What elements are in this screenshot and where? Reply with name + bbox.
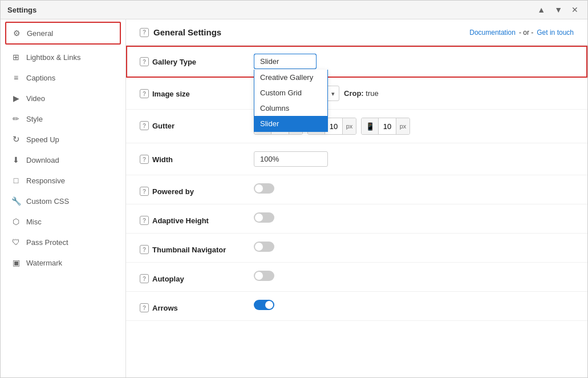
content-area: ? General Settings Documentation - or - … [126, 19, 587, 377]
gallery-type-control: Slider Creative Gallery Custom Grid Colu… [254, 54, 574, 69]
gallery-type-label: ? Gallery Type [140, 54, 254, 66]
adaptive-height-label: ? Adaptive Height [140, 212, 254, 225]
gutter-mobile-input[interactable] [379, 122, 396, 131]
sidebar-item-misc[interactable]: ⬡ Misc [1, 211, 125, 232]
gutter-label: ? Gutter [140, 118, 254, 130]
powered-by-control [254, 183, 574, 194]
style-icon: ✏ [11, 114, 21, 123]
adaptive-height-toggle[interactable] [254, 212, 274, 223]
sidebar-label-speedup: Speed Up [26, 135, 59, 144]
width-row: ? Width [126, 143, 587, 175]
autoplay-control [254, 271, 574, 281]
gutter-help-icon[interactable]: ? [140, 121, 149, 130]
powered-by-help-icon[interactable]: ? [140, 187, 149, 196]
content-header: ? General Settings Documentation - or - … [126, 19, 587, 46]
option-columns[interactable]: Columns [254, 100, 327, 116]
gallery-type-help-icon[interactable]: ? [140, 57, 149, 66]
sidebar-label-watermark: Watermark [26, 259, 62, 267]
powered-by-row: ? Powered by [126, 175, 587, 204]
image-size-row: ? Image size ▾ Crop: true [126, 78, 587, 110]
misc-icon: ⬡ [11, 217, 21, 226]
arrows-row: ? Arrows [126, 292, 587, 321]
general-settings-help-icon[interactable]: ? [140, 28, 149, 37]
arrows-label: ? Arrows [140, 300, 254, 312]
thumbnail-navigator-toggle[interactable] [254, 242, 274, 252]
restore-button[interactable]: ▼ [552, 4, 565, 15]
sidebar-item-general[interactable]: ⚙ General [5, 22, 121, 45]
gallery-type-row: ? Gallery Type Slider Creative Gallery [126, 46, 587, 78]
gutter-tablet-unit: px [342, 118, 356, 134]
width-control [254, 151, 574, 167]
gear-icon: ⚙ [12, 29, 21, 38]
sidebar-label-responsive: Responsive [26, 176, 65, 185]
gutter-mobile-unit: px [396, 118, 409, 134]
sidebar-item-style[interactable]: ✏ Style [1, 108, 125, 129]
adaptive-height-help-icon[interactable]: ? [140, 216, 149, 225]
arrows-help-icon[interactable]: ? [140, 303, 149, 312]
video-icon: ▶ [11, 94, 21, 103]
sidebar-item-customcss[interactable]: 🔧 Custom CSS [1, 191, 125, 211]
crop-label: Crop: true [344, 89, 379, 98]
gutter-mobile-wrap: 📱 px [361, 118, 410, 135]
documentation-link[interactable]: Documentation [469, 29, 516, 37]
passprotect-icon: 🛡 [11, 238, 21, 247]
width-help-icon[interactable]: ? [140, 155, 149, 164]
width-label: ? Width [140, 151, 254, 164]
sidebar-item-watermark[interactable]: ▣ Watermark [1, 252, 125, 273]
thumbnail-navigator-help-icon[interactable]: ? [140, 245, 149, 254]
thumbnail-navigator-row: ? Thumbnail Navigator [126, 234, 587, 263]
contact-link[interactable]: Get in touch [537, 29, 574, 37]
sidebar-label-lightbox: Lightbox & Links [26, 53, 80, 62]
image-size-label: ? Image size [140, 86, 254, 98]
option-custom-grid[interactable]: Custom Grid [254, 85, 327, 100]
sidebar-item-download[interactable]: ⬇ Download [1, 150, 125, 170]
sidebar-item-responsive[interactable]: □ Responsive [1, 170, 125, 191]
gallery-type-dropdown: Creative Gallery Custom Grid Columns Sli… [254, 70, 328, 132]
sidebar-item-speedup[interactable]: ↻ Speed Up [1, 129, 125, 150]
sidebar-label-download: Download [26, 156, 59, 164]
header-sep: - or - [519, 29, 533, 37]
sidebar-item-lightbox[interactable]: ⊞ Lightbox & Links [1, 47, 125, 67]
minimize-button[interactable]: ▲ [535, 4, 548, 15]
powered-by-toggle[interactable] [254, 183, 274, 194]
thumbnail-navigator-control [254, 242, 574, 252]
sidebar-item-passprotect[interactable]: 🛡 Pass Protect [1, 232, 125, 252]
sidebar-item-captions[interactable]: ≡ Captions [1, 67, 125, 88]
responsive-icon: □ [11, 176, 21, 185]
speedup-icon: ↻ [11, 135, 21, 144]
title-bar-controls: ▲ ▼ ✕ [535, 4, 581, 15]
sidebar-label-general: General [27, 29, 53, 38]
gallery-type-select[interactable]: Slider [254, 54, 317, 69]
content-header-left: ? General Settings [140, 27, 221, 37]
sidebar-label-captions: Captions [26, 74, 55, 82]
width-input[interactable] [254, 151, 328, 167]
close-button[interactable]: ✕ [569, 4, 581, 15]
autoplay-help-icon[interactable]: ? [140, 274, 149, 283]
thumbnail-navigator-label: ? Thumbnail Navigator [140, 242, 254, 254]
sidebar-label-video: Video [26, 94, 45, 103]
adaptive-height-control [254, 212, 574, 223]
option-slider[interactable]: Slider [254, 116, 327, 131]
content-header-right: Documentation - or - Get in touch [469, 29, 574, 37]
sidebar-label-misc: Misc [26, 218, 42, 226]
autoplay-toggle[interactable] [254, 271, 274, 281]
sidebar-item-video[interactable]: ▶ Video [1, 88, 125, 108]
sidebar-label-passprotect: Pass Protect [26, 238, 68, 247]
autoplay-row: ? Autoplay [126, 263, 587, 292]
title-bar: Settings ▲ ▼ ✕ [1, 1, 587, 19]
image-size-help-icon[interactable]: ? [140, 89, 149, 98]
sidebar-label-style: Style [26, 115, 43, 123]
option-creative-gallery[interactable]: Creative Gallery [254, 70, 327, 85]
app-window: Settings ▲ ▼ ✕ ⚙ General ⊞ Lightbox & Li… [0, 0, 588, 378]
gallery-type-select-wrapper: Slider [254, 54, 317, 69]
page-title: General Settings [153, 27, 221, 37]
download-icon: ⬇ [11, 155, 21, 164]
gutter-row: ? Gutter 🖥 px ▣ px [126, 110, 587, 143]
autoplay-label: ? Autoplay [140, 271, 254, 283]
captions-icon: ≡ [11, 73, 21, 82]
arrows-toggle[interactable] [254, 300, 274, 310]
sidebar: ⚙ General ⊞ Lightbox & Links ≡ Captions … [1, 19, 126, 377]
window-title: Settings [7, 6, 37, 14]
watermark-icon: ▣ [11, 258, 21, 267]
adaptive-height-row: ? Adaptive Height [126, 204, 587, 234]
